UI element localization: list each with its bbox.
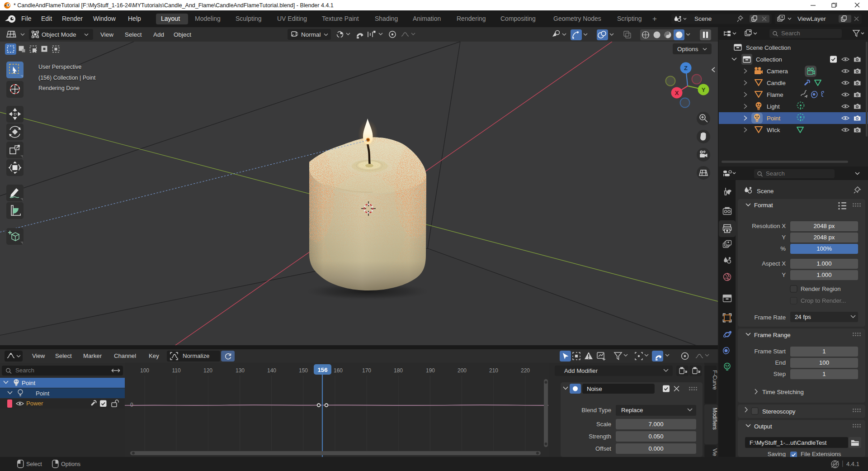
svg-text:Z: Z bbox=[684, 65, 688, 71]
svg-text:Marker: Marker bbox=[83, 352, 102, 359]
svg-text:F:\MyStuff_1-...ut\CandleTest: F:\MyStuff_1-...ut\CandleTest bbox=[750, 439, 827, 446]
svg-text:Format: Format bbox=[754, 202, 773, 209]
svg-text:End: End bbox=[775, 359, 786, 366]
svg-text:140: 140 bbox=[267, 367, 276, 374]
svg-text:Y: Y bbox=[782, 271, 786, 278]
svg-text:View: View bbox=[32, 352, 45, 359]
svg-text:File Extensions: File Extensions bbox=[801, 451, 841, 457]
svg-text:Replace: Replace bbox=[621, 407, 643, 414]
svg-text:Blend Type: Blend Type bbox=[581, 407, 611, 414]
svg-text:Frame Range: Frame Range bbox=[754, 332, 791, 338]
svg-text:130: 130 bbox=[236, 367, 245, 374]
svg-text:Add Modifier: Add Modifier bbox=[564, 367, 598, 374]
svg-text:Frame Start: Frame Start bbox=[754, 348, 786, 355]
svg-text:7.000: 7.000 bbox=[648, 421, 663, 428]
svg-text:Saving: Saving bbox=[768, 451, 786, 457]
svg-text:Output: Output bbox=[754, 423, 772, 430]
svg-text:1.000: 1.000 bbox=[816, 271, 831, 278]
svg-text:Modifiers: Modifiers bbox=[712, 408, 718, 430]
svg-text:100: 100 bbox=[140, 367, 149, 374]
svg-text:Noise: Noise bbox=[587, 385, 602, 392]
svg-text:F-Curve: F-Curve bbox=[712, 370, 718, 390]
svg-text:2048 px: 2048 px bbox=[814, 234, 835, 241]
svg-text:24 fps: 24 fps bbox=[795, 314, 811, 320]
svg-text:220: 220 bbox=[521, 367, 530, 374]
svg-text:100%: 100% bbox=[816, 245, 832, 252]
svg-text:1: 1 bbox=[822, 348, 826, 355]
svg-text:100: 100 bbox=[819, 359, 829, 366]
svg-text:%: % bbox=[780, 245, 786, 252]
svg-text:120: 120 bbox=[203, 367, 212, 374]
svg-text:Power: Power bbox=[26, 400, 43, 407]
svg-text:Resolution X: Resolution X bbox=[752, 223, 786, 229]
svg-text:Scene: Scene bbox=[757, 188, 774, 195]
svg-text:1.000: 1.000 bbox=[816, 260, 831, 267]
svg-text:Crop to Render...: Crop to Render... bbox=[801, 297, 846, 304]
svg-text:2048 px: 2048 px bbox=[814, 223, 835, 229]
svg-text:110: 110 bbox=[172, 367, 180, 374]
svg-text:Frame Rate: Frame Rate bbox=[754, 314, 786, 321]
svg-text:Vie: Vie bbox=[712, 448, 718, 456]
svg-text:Search: Search bbox=[781, 30, 800, 37]
svg-text:150: 150 bbox=[299, 367, 308, 374]
svg-text:Select: Select bbox=[55, 352, 72, 359]
svg-text:Point: Point bbox=[22, 380, 35, 386]
svg-text:Offset: Offset bbox=[595, 445, 611, 452]
svg-text:X: X bbox=[675, 90, 679, 96]
svg-text:1: 1 bbox=[822, 371, 826, 377]
svg-text:Channel: Channel bbox=[114, 352, 136, 359]
svg-text:Search: Search bbox=[766, 170, 785, 177]
svg-text:Key: Key bbox=[149, 352, 159, 359]
svg-text:160: 160 bbox=[334, 367, 343, 374]
svg-text:Y: Y bbox=[782, 234, 786, 241]
svg-text:0.000: 0.000 bbox=[648, 445, 663, 452]
svg-text:Collection: Collection bbox=[756, 56, 782, 63]
svg-text:Light: Light bbox=[767, 103, 780, 110]
svg-text:156: 156 bbox=[317, 366, 327, 373]
svg-text:WIck: WIck bbox=[767, 127, 780, 133]
svg-text:170: 170 bbox=[362, 367, 371, 374]
svg-text:200: 200 bbox=[458, 367, 467, 374]
svg-text:Render Region: Render Region bbox=[801, 285, 841, 292]
svg-text:Normalize: Normalize bbox=[183, 352, 209, 359]
svg-text:Step: Step bbox=[774, 371, 786, 377]
svg-text:Scene Collection: Scene Collection bbox=[746, 44, 791, 51]
svg-text:Aspect X: Aspect X bbox=[762, 260, 786, 267]
svg-text:Search: Search bbox=[15, 367, 34, 374]
svg-text:210: 210 bbox=[489, 367, 498, 374]
svg-text:Time Stretching: Time Stretching bbox=[762, 389, 804, 395]
svg-text:Point: Point bbox=[767, 115, 780, 122]
svg-text:180: 180 bbox=[394, 367, 403, 374]
svg-text:Scale: Scale bbox=[596, 421, 611, 428]
svg-text:Candle: Candle bbox=[767, 80, 786, 86]
svg-text:Strength: Strength bbox=[589, 433, 611, 440]
svg-text:Stereoscopy: Stereoscopy bbox=[762, 408, 796, 415]
svg-text:Camera: Camera bbox=[767, 68, 788, 75]
svg-text:Y: Y bbox=[702, 86, 706, 93]
svg-text:190: 190 bbox=[426, 367, 435, 374]
svg-text:Point: Point bbox=[36, 390, 49, 397]
svg-text:Flame: Flame bbox=[767, 91, 783, 98]
svg-text:0.050: 0.050 bbox=[648, 433, 663, 440]
